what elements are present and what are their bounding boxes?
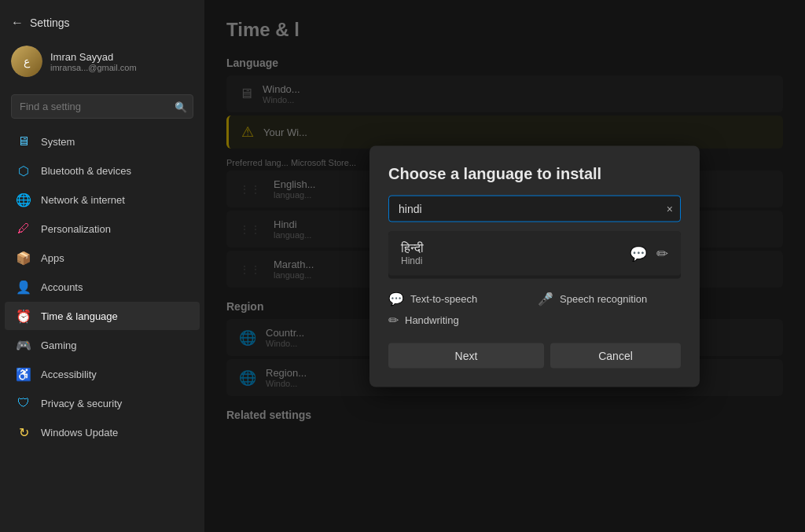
user-info: Imran Sayyad imransa...@gmail.com [50, 51, 137, 72]
handwriting-feature: ✏ Handwriting [388, 312, 531, 327]
sidebar-item-privacy[interactable]: 🛡 Privacy & security [5, 389, 200, 417]
speech-recognition-icon: 🎤 [538, 291, 553, 306]
dialog-footer: Next Cancel [388, 343, 681, 368]
language-features: 💬 Text-to-speech 🎤 Speech recognition ✏ … [388, 291, 681, 327]
hindi-result-item[interactable]: हिन्दी Hindi 💬 ✏ [388, 231, 681, 275]
sidebar-item-accessibility[interactable]: ♿ Accessibility [5, 360, 200, 388]
features-grid: 💬 Text-to-speech 🎤 Speech recognition ✏ … [388, 291, 681, 327]
apps-icon: 📦 [16, 250, 31, 266]
windows-update-icon: ↻ [16, 424, 31, 440]
sidebar-item-network[interactable]: 🌐 Network & internet [5, 185, 200, 214]
system-icon: 🖥 [16, 134, 31, 149]
speech-recognition-feature: 🎤 Speech recognition [538, 291, 681, 306]
language-names: हिन्दी Hindi [401, 240, 424, 266]
bluetooth-icon: ⬡ [16, 163, 31, 178]
text-to-speech-feature: 💬 Text-to-speech [388, 291, 531, 306]
language-chat-icon[interactable]: 💬 [630, 244, 647, 262]
handwriting-icon: ✏ [388, 312, 399, 327]
sidebar-item-personalization[interactable]: 🖊 Personalization [5, 215, 200, 243]
gaming-icon: 🎮 [16, 337, 31, 353]
handwriting-label: Handwriting [405, 314, 459, 325]
sidebar-item-bluetooth[interactable]: ⬡ Bluetooth & devices [5, 156, 200, 185]
text-to-speech-label: Text-to-speech [410, 292, 477, 304]
language-install-dialog: Choose a language to install × हिन्दी Hi… [369, 145, 700, 387]
language-results: हिन्दी Hindi 💬 ✏ [388, 231, 681, 278]
avatar: ع [11, 46, 42, 77]
sidebar-item-time-language[interactable]: ⏰ Time & language [5, 302, 200, 330]
sidebar-item-label: Gaming [41, 339, 77, 351]
search-input[interactable] [11, 94, 193, 119]
avatar-image: ع [11, 46, 42, 77]
network-icon: 🌐 [16, 192, 31, 207]
clear-search-button[interactable]: × [667, 202, 673, 215]
sidebar-item-accounts[interactable]: 👤 Accounts [5, 273, 200, 301]
search-icon: 🔍 [175, 101, 187, 112]
speech-recognition-label: Speech recognition [560, 292, 647, 304]
sidebar-item-gaming[interactable]: 🎮 Gaming [5, 331, 200, 359]
sidebar-item-apps[interactable]: 📦 Apps [5, 244, 200, 272]
language-search-input[interactable] [388, 195, 681, 222]
personalization-icon: 🖊 [16, 221, 31, 237]
accounts-icon: 👤 [16, 279, 31, 295]
sidebar-item-system[interactable]: 🖥 System [5, 127, 200, 156]
time-language-icon: ⏰ [16, 308, 31, 324]
privacy-icon: 🛡 [16, 395, 31, 411]
sidebar-item-label: Bluetooth & devices [41, 165, 131, 177]
back-button[interactable]: ← [11, 16, 24, 30]
sidebar-item-label: Personalization [41, 223, 111, 235]
sidebar-item-label: Windows Update [41, 427, 118, 438]
sidebar-item-label: Accessibility [41, 369, 97, 380]
sidebar-item-label: System [41, 136, 75, 148]
user-profile[interactable]: ع Imran Sayyad imransa...@gmail.com [0, 38, 204, 85]
text-to-speech-icon: 💬 [388, 291, 404, 306]
search-box: 🔍 [11, 94, 193, 119]
sidebar-item-windows-update[interactable]: ↻ Windows Update [5, 418, 200, 446]
sidebar-item-label: Apps [41, 252, 64, 264]
sidebar-item-label: Privacy & security [41, 398, 122, 409]
hindi-english-name: Hindi [401, 255, 424, 266]
next-button[interactable]: Next [388, 343, 544, 368]
sidebar-item-label: Accounts [41, 281, 83, 293]
search-language-box: × [388, 195, 681, 222]
user-email: imransa...@gmail.com [50, 63, 137, 72]
app-title: Settings [30, 17, 70, 29]
cancel-button[interactable]: Cancel [550, 343, 681, 368]
sidebar-item-label: Network & internet [41, 194, 125, 206]
accessibility-icon: ♿ [16, 366, 31, 382]
sidebar-nav: 🖥 System ⬡ Bluetooth & devices 🌐 Network… [0, 127, 204, 447]
sidebar: ← Settings ع Imran Sayyad imransa...@gma… [0, 0, 204, 532]
user-name: Imran Sayyad [50, 51, 137, 63]
language-edit-icon[interactable]: ✏ [656, 244, 668, 262]
hindi-native-name: हिन्दी [401, 240, 424, 255]
language-action-icons: 💬 ✏ [630, 244, 668, 262]
sidebar-header: ← Settings [0, 8, 204, 38]
dialog-title: Choose a language to install [388, 164, 681, 182]
sidebar-item-label: Time & language [41, 310, 118, 322]
